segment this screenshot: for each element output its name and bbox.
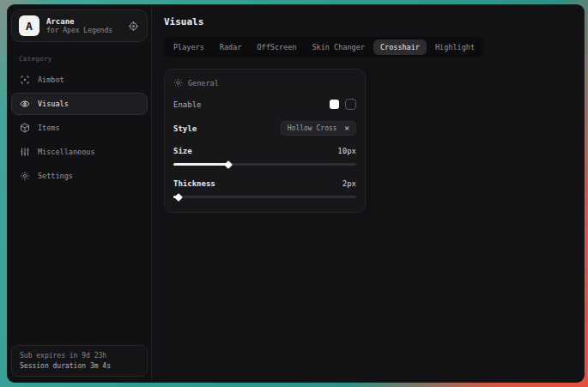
app-name: Arcane bbox=[46, 17, 112, 26]
sidebar-item-visuals[interactable]: Visuals bbox=[11, 93, 148, 115]
thickness-value: 2px bbox=[342, 179, 356, 188]
clear-style-icon[interactable]: ✕ bbox=[345, 124, 349, 132]
size-slider[interactable] bbox=[173, 160, 356, 168]
sidebar-item-label: Items bbox=[38, 124, 60, 132]
crosshair-icon bbox=[20, 75, 30, 85]
sidebar-item-settings[interactable]: Settings bbox=[11, 165, 148, 187]
subscription-card: Sub expires in 9d 23h Session duration 3… bbox=[11, 345, 148, 377]
panel-title: General bbox=[188, 79, 219, 88]
style-dropdown[interactable]: Hollow Cross ✕ bbox=[281, 121, 356, 136]
thickness-label: Thickness bbox=[173, 179, 215, 188]
size-slider-fill bbox=[173, 163, 228, 166]
sidebar-item-label: Settings bbox=[38, 172, 73, 180]
sidebar-item-miscellaneous[interactable]: Miscellaneous bbox=[11, 141, 148, 163]
general-panel: General Enable Style Hollow Cross ✕ Size… bbox=[164, 69, 366, 213]
sliders-icon bbox=[20, 147, 30, 157]
thickness-slider[interactable] bbox=[173, 192, 356, 201]
main-content: Visuals Players Radar OffScreen Skin Cha… bbox=[152, 5, 584, 382]
style-value: Hollow Cross bbox=[288, 124, 337, 132]
app-title-block: Arcane for Apex Legends bbox=[46, 17, 112, 34]
gear-icon bbox=[20, 171, 30, 181]
size-slider-thumb[interactable] bbox=[224, 160, 233, 169]
size-value: 10px bbox=[337, 147, 356, 155]
game-background: { "app": { "name": "Arcane", "subtitle":… bbox=[0, 0, 588, 387]
tab-bar: Players Radar OffScreen Skin Changer Cro… bbox=[164, 37, 484, 57]
sidebar-item-label: Visuals bbox=[38, 100, 69, 108]
sidebar-item-items[interactable]: Items bbox=[11, 117, 148, 139]
tab-offscreen[interactable]: OffScreen bbox=[250, 39, 303, 55]
tab-crosshair[interactable]: Crosshair bbox=[373, 39, 427, 55]
enable-row: Enable bbox=[173, 99, 356, 110]
thickness-slider-track bbox=[173, 196, 356, 198]
enable-label: Enable bbox=[173, 100, 202, 109]
category-label: Category bbox=[19, 55, 148, 63]
panel-header: General bbox=[173, 78, 356, 88]
sidebar-nav: Aimbot Visuals Items bbox=[11, 69, 148, 187]
session-duration-text: Session duration 3m 4s bbox=[20, 362, 139, 370]
color-swatch[interactable] bbox=[330, 100, 339, 109]
app-subtitle: for Apex Legends bbox=[46, 27, 112, 34]
thickness-row: Thickness 2px bbox=[173, 179, 356, 188]
tab-highlight[interactable]: Highlight bbox=[428, 39, 482, 55]
sidebar-item-label: Miscellaneous bbox=[38, 148, 95, 156]
tab-skin-changer[interactable]: Skin Changer bbox=[305, 39, 371, 55]
sidebar-item-label: Aimbot bbox=[38, 76, 64, 84]
tab-radar[interactable]: Radar bbox=[213, 39, 249, 55]
enable-checkbox[interactable] bbox=[345, 99, 356, 110]
app-logo: A bbox=[19, 15, 39, 36]
style-label: Style bbox=[173, 124, 197, 133]
style-row: Style Hollow Cross ✕ bbox=[173, 121, 356, 136]
sidebar: A Arcane for Apex Legends Category bbox=[8, 5, 152, 382]
eye-icon bbox=[20, 99, 30, 109]
size-row: Size 10px bbox=[173, 147, 356, 155]
sub-expires-text: Sub expires in 9d 23h bbox=[20, 352, 139, 360]
size-label: Size bbox=[173, 147, 192, 155]
thickness-slider-thumb[interactable] bbox=[174, 193, 183, 202]
app-window: A Arcane for Apex Legends Category bbox=[7, 4, 585, 383]
sidebar-item-aimbot[interactable]: Aimbot bbox=[11, 69, 148, 91]
app-header-card: A Arcane for Apex Legends bbox=[11, 9, 148, 42]
gear-sun-icon bbox=[173, 78, 183, 88]
target-icon[interactable] bbox=[128, 21, 139, 32]
tab-players[interactable]: Players bbox=[167, 39, 211, 55]
page-title: Visuals bbox=[164, 16, 572, 27]
enable-controls bbox=[330, 99, 356, 110]
cube-icon bbox=[20, 123, 30, 133]
